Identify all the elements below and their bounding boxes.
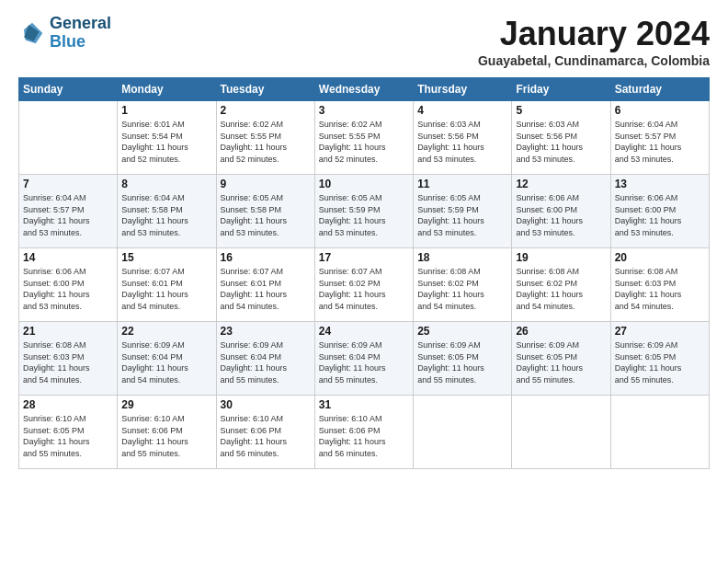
day-info: Sunrise: 6:07 AMSunset: 6:01 PMDaylight:… [121, 266, 211, 312]
day-number: 7 [23, 178, 113, 190]
day-info: Sunrise: 6:08 AMSunset: 6:02 PMDaylight:… [516, 266, 606, 312]
calendar-cell: 27Sunrise: 6:09 AMSunset: 6:05 PMDayligh… [610, 322, 709, 396]
day-info: Sunrise: 6:05 AMSunset: 5:59 PMDaylight:… [417, 192, 507, 238]
day-number: 10 [319, 178, 409, 190]
calendar-cell: 7Sunrise: 6:04 AMSunset: 5:57 PMDaylight… [19, 175, 118, 248]
day-info: Sunrise: 6:05 AMSunset: 5:58 PMDaylight:… [221, 192, 311, 238]
calendar-cell: 23Sunrise: 6:09 AMSunset: 6:04 PMDayligh… [216, 322, 314, 396]
day-header-monday: Monday [118, 78, 216, 101]
calendar-cell: 19Sunrise: 6:08 AMSunset: 6:02 PMDayligh… [512, 248, 610, 322]
logo: General Blue [18, 15, 111, 52]
day-info: Sunrise: 6:04 AMSunset: 5:57 PMDaylight:… [23, 192, 113, 238]
calendar-cell: 22Sunrise: 6:09 AMSunset: 6:04 PMDayligh… [118, 322, 216, 396]
calendar-cell: 12Sunrise: 6:06 AMSunset: 6:00 PMDayligh… [512, 175, 610, 248]
calendar-cell: 3Sunrise: 6:02 AMSunset: 5:55 PMDaylight… [314, 101, 413, 175]
day-info: Sunrise: 6:09 AMSunset: 6:04 PMDaylight:… [121, 339, 211, 385]
day-info: Sunrise: 6:09 AMSunset: 6:05 PMDaylight:… [417, 339, 507, 385]
calendar-cell: 14Sunrise: 6:06 AMSunset: 6:00 PMDayligh… [19, 248, 118, 322]
day-info: Sunrise: 6:08 AMSunset: 6:02 PMDaylight:… [417, 266, 507, 312]
day-info: Sunrise: 6:06 AMSunset: 6:00 PMDaylight:… [23, 266, 113, 312]
day-header-thursday: Thursday [414, 78, 512, 101]
day-info: Sunrise: 6:03 AMSunset: 5:56 PMDaylight:… [516, 119, 606, 165]
day-number: 30 [221, 398, 311, 411]
calendar-cell: 2Sunrise: 6:02 AMSunset: 5:55 PMDaylight… [216, 101, 314, 175]
day-header-wednesday: Wednesday [314, 78, 413, 101]
day-info: Sunrise: 6:03 AMSunset: 5:56 PMDaylight:… [417, 119, 507, 165]
day-info: Sunrise: 6:07 AMSunset: 6:01 PMDaylight:… [221, 266, 311, 312]
day-number: 19 [516, 251, 606, 264]
day-number: 31 [319, 398, 409, 411]
day-info: Sunrise: 6:05 AMSunset: 5:59 PMDaylight:… [319, 192, 409, 238]
day-number: 9 [221, 178, 311, 190]
day-number: 28 [23, 398, 113, 411]
day-info: Sunrise: 6:10 AMSunset: 6:06 PMDaylight:… [319, 413, 409, 459]
day-number: 24 [319, 325, 409, 338]
day-info: Sunrise: 6:10 AMSunset: 6:06 PMDaylight:… [121, 413, 211, 459]
calendar-cell: 4Sunrise: 6:03 AMSunset: 5:56 PMDaylight… [414, 101, 512, 175]
header: General Blue January 2024 Guayabetal, Cu… [18, 15, 710, 68]
header-row: SundayMondayTuesdayWednesdayThursdayFrid… [19, 78, 710, 101]
day-number: 18 [417, 251, 507, 264]
day-info: Sunrise: 6:02 AMSunset: 5:55 PMDaylight:… [221, 119, 311, 165]
day-number: 25 [417, 325, 507, 338]
day-info: Sunrise: 6:10 AMSunset: 6:05 PMDaylight:… [23, 413, 113, 459]
subtitle: Guayabetal, Cundinamarca, Colombia [478, 53, 710, 68]
day-info: Sunrise: 6:09 AMSunset: 6:04 PMDaylight:… [319, 339, 409, 385]
day-info: Sunrise: 6:01 AMSunset: 5:54 PMDaylight:… [121, 119, 211, 165]
day-info: Sunrise: 6:02 AMSunset: 5:55 PMDaylight:… [319, 119, 409, 165]
calendar-cell: 8Sunrise: 6:04 AMSunset: 5:58 PMDaylight… [118, 175, 216, 248]
day-info: Sunrise: 6:06 AMSunset: 6:00 PMDaylight:… [615, 192, 705, 238]
day-header-tuesday: Tuesday [216, 78, 314, 101]
day-number: 17 [319, 251, 409, 264]
day-number: 22 [121, 325, 211, 338]
calendar-cell: 25Sunrise: 6:09 AMSunset: 6:05 PMDayligh… [414, 322, 512, 396]
day-info: Sunrise: 6:10 AMSunset: 6:06 PMDaylight:… [221, 413, 311, 459]
day-number: 8 [121, 178, 211, 190]
calendar-cell: 24Sunrise: 6:09 AMSunset: 6:04 PMDayligh… [314, 322, 413, 396]
calendar-cell: 29Sunrise: 6:10 AMSunset: 6:06 PMDayligh… [118, 396, 216, 469]
calendar-cell: 17Sunrise: 6:07 AMSunset: 6:02 PMDayligh… [314, 248, 413, 322]
calendar-cell: 13Sunrise: 6:06 AMSunset: 6:00 PMDayligh… [610, 175, 709, 248]
day-info: Sunrise: 6:09 AMSunset: 6:05 PMDaylight:… [516, 339, 606, 385]
calendar-cell: 31Sunrise: 6:10 AMSunset: 6:06 PMDayligh… [314, 396, 413, 469]
day-number: 3 [319, 104, 409, 117]
day-number: 21 [23, 325, 113, 338]
day-number: 12 [516, 178, 606, 190]
day-info: Sunrise: 6:04 AMSunset: 5:58 PMDaylight:… [121, 192, 211, 238]
calendar-cell: 30Sunrise: 6:10 AMSunset: 6:06 PMDayligh… [216, 396, 314, 469]
day-number: 11 [417, 178, 507, 190]
day-number: 20 [615, 251, 705, 264]
calendar-cell: 28Sunrise: 6:10 AMSunset: 6:05 PMDayligh… [19, 396, 118, 469]
calendar-cell: 11Sunrise: 6:05 AMSunset: 5:59 PMDayligh… [414, 175, 512, 248]
calendar-cell: 18Sunrise: 6:08 AMSunset: 6:02 PMDayligh… [414, 248, 512, 322]
day-number: 15 [121, 251, 211, 264]
day-info: Sunrise: 6:08 AMSunset: 6:03 PMDaylight:… [615, 266, 705, 312]
calendar-cell: 5Sunrise: 6:03 AMSunset: 5:56 PMDaylight… [512, 101, 610, 175]
day-info: Sunrise: 6:09 AMSunset: 6:04 PMDaylight:… [221, 339, 311, 385]
month-title: January 2024 [478, 15, 710, 53]
day-number: 5 [516, 104, 606, 117]
day-header-saturday: Saturday [610, 78, 709, 101]
calendar-table: SundayMondayTuesdayWednesdayThursdayFrid… [18, 77, 710, 469]
calendar-cell: 10Sunrise: 6:05 AMSunset: 5:59 PMDayligh… [314, 175, 413, 248]
calendar-container: General Blue January 2024 Guayabetal, Cu… [0, 0, 728, 478]
day-number: 16 [221, 251, 311, 264]
logo-icon [18, 19, 46, 47]
day-number: 23 [221, 325, 311, 338]
day-info: Sunrise: 6:08 AMSunset: 6:03 PMDaylight:… [23, 339, 113, 385]
logo-blue: Blue [50, 33, 111, 52]
calendar-cell: 9Sunrise: 6:05 AMSunset: 5:58 PMDaylight… [216, 175, 314, 248]
day-info: Sunrise: 6:09 AMSunset: 6:05 PMDaylight:… [615, 339, 705, 385]
week-row-1: 1Sunrise: 6:01 AMSunset: 5:54 PMDaylight… [19, 101, 710, 175]
day-info: Sunrise: 6:04 AMSunset: 5:57 PMDaylight:… [615, 119, 705, 165]
day-header-sunday: Sunday [19, 78, 118, 101]
day-number: 29 [121, 398, 211, 411]
calendar-cell [19, 101, 118, 175]
week-row-4: 21Sunrise: 6:08 AMSunset: 6:03 PMDayligh… [19, 322, 710, 396]
calendar-cell: 21Sunrise: 6:08 AMSunset: 6:03 PMDayligh… [19, 322, 118, 396]
day-info: Sunrise: 6:07 AMSunset: 6:02 PMDaylight:… [319, 266, 409, 312]
calendar-cell [512, 396, 610, 469]
day-number: 13 [615, 178, 705, 190]
title-block: January 2024 Guayabetal, Cundinamarca, C… [478, 15, 710, 68]
day-number: 6 [615, 104, 705, 117]
